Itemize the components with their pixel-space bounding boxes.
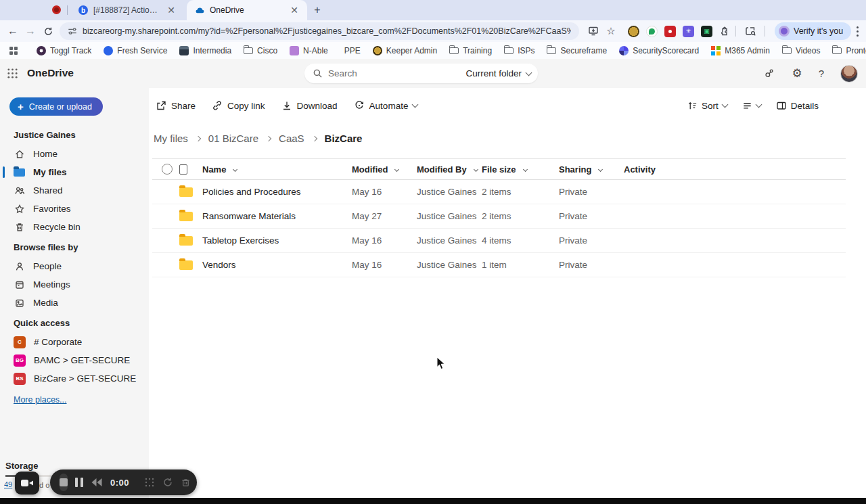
table-row[interactable]: Policies and Procedures May 16 Justice G… bbox=[152, 180, 846, 204]
table-row[interactable]: Tabletop Exercises May 16 Justice Gaines… bbox=[152, 229, 846, 253]
rerecord-icon[interactable] bbox=[162, 477, 173, 488]
sidebar-item-shared[interactable]: Shared bbox=[0, 181, 149, 200]
sharing-cell[interactable]: Private bbox=[559, 211, 624, 221]
bookmark-folder-isps[interactable]: ISPs bbox=[504, 46, 534, 55]
site-settings-icon[interactable] bbox=[68, 26, 77, 36]
lens-capture-icon[interactable] bbox=[742, 22, 759, 40]
column-header-file-size[interactable]: File size bbox=[482, 164, 559, 175]
download-button[interactable]: Download bbox=[281, 100, 338, 111]
apps-grid-icon[interactable] bbox=[9, 47, 18, 55]
more-places-link[interactable]: More places... bbox=[14, 395, 67, 405]
view-options-button[interactable] bbox=[742, 101, 761, 111]
bookmark-keeper-admin[interactable]: Keeper Admin bbox=[373, 46, 437, 55]
breadcrumb-caas[interactable]: CaaS bbox=[279, 133, 304, 144]
sidebar-item-recycle-bin[interactable]: Recycle bin bbox=[0, 218, 149, 236]
bookmark-n-able[interactable]: N-Able bbox=[290, 46, 328, 55]
sidebar-item-my-files[interactable]: My files bbox=[0, 163, 149, 181]
sidebar-item-meetings[interactable]: Meetings bbox=[0, 275, 149, 294]
bookmark-folder-cisco[interactable]: Cisco bbox=[244, 46, 277, 55]
recording-timer: 0:00 bbox=[110, 478, 129, 488]
sidebar-item-media[interactable]: Media bbox=[0, 294, 149, 312]
bookmark-folder-secureframe[interactable]: Secureframe bbox=[547, 46, 607, 55]
purple-extension-icon[interactable]: ✳ bbox=[683, 26, 694, 37]
keeper-extension-icon[interactable] bbox=[628, 26, 639, 37]
bookmark-toggl-track[interactable]: Toggl Track bbox=[37, 46, 91, 55]
extensions-puzzle-icon[interactable] bbox=[719, 26, 730, 37]
account-avatar[interactable] bbox=[840, 65, 858, 83]
url-text[interactable]: bizcareorg-my.sharepoint.com/my?id=%2Fpe… bbox=[83, 26, 571, 36]
quick-access-bamc[interactable]: BG BAMC > GET-SECURE bbox=[0, 351, 149, 369]
app-launcher-icon[interactable] bbox=[7, 68, 18, 79]
pause-recording-button[interactable] bbox=[75, 478, 83, 487]
browser-tab-freshservice[interactable]: b [#188872] Action Required: I ✕ bbox=[70, 0, 184, 20]
search-scope-dropdown[interactable]: Current folder bbox=[465, 68, 531, 78]
column-header-modified[interactable]: Modified bbox=[352, 164, 417, 175]
automate-button[interactable]: Automate bbox=[354, 100, 418, 111]
camera-toggle-button[interactable] bbox=[15, 472, 39, 495]
sharing-cell[interactable]: Private bbox=[559, 260, 624, 270]
sharing-cell[interactable]: Private bbox=[559, 187, 624, 197]
reload-button[interactable] bbox=[39, 22, 57, 40]
bookmark-ppe[interactable]: PPE bbox=[344, 46, 361, 55]
sidebar-item-home[interactable]: Home bbox=[0, 145, 149, 163]
column-header-sharing[interactable]: Sharing bbox=[559, 164, 624, 175]
sidebar-item-people[interactable]: People bbox=[0, 257, 149, 275]
install-app-icon[interactable] bbox=[585, 22, 602, 40]
evernote-extension-icon[interactable] bbox=[646, 26, 658, 37]
sort-button[interactable]: Sort bbox=[687, 101, 727, 111]
search-bar[interactable]: Current folder bbox=[304, 64, 538, 83]
restart-recording-button[interactable] bbox=[91, 478, 103, 487]
bookmark-intermedia[interactable]: Intermedia bbox=[179, 46, 231, 55]
red-extension-icon[interactable] bbox=[664, 26, 676, 37]
browser-menu-icon[interactable] bbox=[857, 25, 859, 37]
quick-access-corporate[interactable]: C # Corporate bbox=[0, 333, 149, 351]
forward-button[interactable]: → bbox=[22, 22, 39, 40]
table-row[interactable]: Vendors May 16 Justice Gaines 1 item Pri… bbox=[152, 253, 846, 277]
column-header-activity[interactable]: Activity bbox=[624, 164, 846, 175]
bookmark-fresh-service[interactable]: Fresh Service bbox=[104, 46, 167, 55]
bookmark-folder-videos[interactable]: Videos bbox=[782, 46, 820, 55]
create-or-upload-button[interactable]: + Create or upload bbox=[9, 97, 103, 116]
feedback-icon[interactable] bbox=[764, 68, 775, 79]
share-button[interactable]: Share bbox=[156, 100, 196, 111]
sidebar-item-favorites[interactable]: Favorites bbox=[0, 200, 149, 218]
breadcrumb-01-bizcare[interactable]: 01 BizCare bbox=[208, 133, 258, 144]
bookmark-folder-pronto[interactable]: Pronto bbox=[832, 46, 866, 55]
copy-link-button[interactable]: Copy link bbox=[212, 100, 265, 111]
settings-gear-icon[interactable]: ⚙ bbox=[792, 66, 802, 81]
folder-name[interactable]: Ransomware Materials bbox=[197, 211, 352, 221]
dark-extension-icon[interactable]: ▣ bbox=[701, 26, 712, 37]
modified-cell: May 16 bbox=[352, 235, 417, 246]
tab-close-icon[interactable]: ✕ bbox=[288, 5, 300, 16]
details-button[interactable]: Details bbox=[776, 100, 819, 111]
folder-name[interactable]: Vendors bbox=[197, 260, 352, 270]
tab-title: [#188872] Action Required: I bbox=[93, 5, 160, 15]
delete-recording-icon[interactable] bbox=[181, 477, 191, 488]
storage-used-link[interactable]: 49 bbox=[4, 480, 12, 488]
column-header-modified-by[interactable]: Modified By bbox=[417, 164, 482, 175]
folder-name[interactable]: Policies and Procedures bbox=[197, 187, 352, 197]
file-type-column-icon[interactable] bbox=[179, 164, 187, 175]
breadcrumb-my-files[interactable]: My files bbox=[154, 133, 188, 144]
table-row[interactable]: Ransomware Materials May 27 Justice Gain… bbox=[152, 204, 846, 229]
effects-icon[interactable] bbox=[144, 477, 155, 488]
sharing-cell[interactable]: Private bbox=[559, 235, 624, 246]
new-tab-button[interactable]: + bbox=[310, 3, 325, 18]
browser-tab-onedrive[interactable]: OneDrive ✕ bbox=[187, 0, 307, 20]
search-input[interactable] bbox=[328, 68, 465, 78]
stop-recording-button[interactable] bbox=[60, 474, 68, 491]
tab-close-icon[interactable]: ✕ bbox=[165, 5, 177, 16]
bookmark-m365-admin[interactable]: M365 Admin bbox=[711, 46, 770, 55]
help-icon[interactable]: ? bbox=[819, 68, 824, 79]
address-bar[interactable]: bizcareorg-my.sharepoint.com/my?id=%2Fpe… bbox=[60, 22, 579, 40]
bookmark-folder-training[interactable]: Training bbox=[449, 46, 492, 55]
column-header-name[interactable]: Name bbox=[197, 164, 352, 175]
quick-access-bizcare[interactable]: BS BizCare > GET-SECURE bbox=[0, 369, 149, 388]
bookmark-securityscorecard[interactable]: SecurityScorecard bbox=[619, 46, 699, 55]
back-button[interactable]: ← bbox=[4, 22, 22, 40]
select-all-checkbox[interactable] bbox=[162, 164, 173, 175]
bookmark-star-icon[interactable]: ☆ bbox=[602, 22, 620, 40]
freshservice-favicon-icon: b bbox=[78, 5, 88, 15]
folder-name[interactable]: Tabletop Exercises bbox=[197, 235, 352, 246]
verify-its-you-button[interactable]: Verify it's you bbox=[775, 22, 851, 40]
